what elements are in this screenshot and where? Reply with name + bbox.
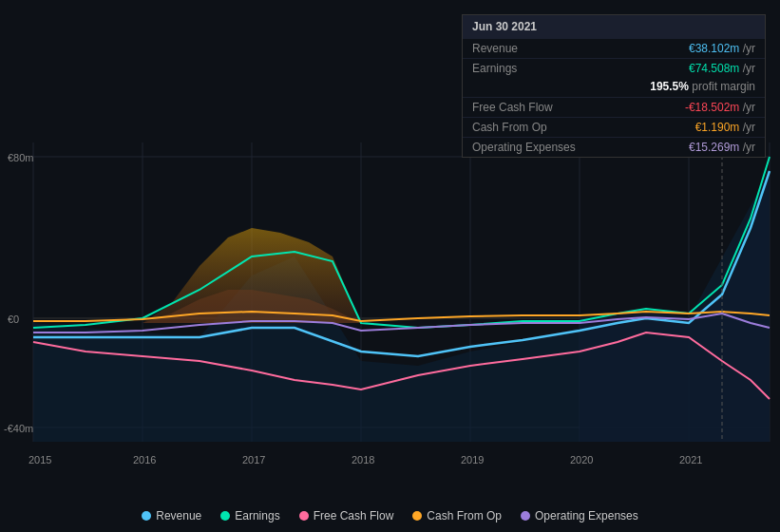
tooltip-revenue-label: Revenue [472, 42, 577, 55]
legend-item-revenue[interactable]: Revenue [142, 509, 201, 522]
tooltip-revenue-row: Revenue €38.102m /yr [463, 38, 765, 58]
opex-dot [521, 511, 530, 521]
tooltip-earnings-row: Earnings €74.508m /yr [463, 58, 765, 78]
tooltip-cfo-value: €1.190m /yr [577, 121, 755, 134]
svg-text:2017: 2017 [242, 454, 265, 466]
tooltip-opex-row: Operating Expenses €15.269m /yr [463, 137, 765, 157]
svg-text:2019: 2019 [461, 454, 484, 466]
legend-cfo-label: Cash From Op [427, 509, 502, 522]
tooltip-opex-value: €15.269m /yr [577, 141, 755, 154]
legend-fcf-label: Free Cash Flow [314, 509, 394, 522]
tooltip-fcf-row: Free Cash Flow -€18.502m /yr [463, 97, 765, 117]
tooltip-profit-margin-row: 195.5% profit margin [463, 78, 765, 97]
legend-item-opex[interactable]: Operating Expenses [521, 509, 638, 522]
legend-revenue-label: Revenue [156, 509, 201, 522]
tooltip-fcf-label: Free Cash Flow [472, 101, 577, 114]
legend-earnings-label: Earnings [235, 509, 279, 522]
svg-text:2020: 2020 [570, 454, 593, 466]
tooltip-earnings-value: €74.508m /yr [577, 62, 755, 75]
legend-item-earnings[interactable]: Earnings [220, 509, 279, 522]
tooltip-opex-label: Operating Expenses [472, 141, 577, 154]
tooltip-cfo-label: Cash From Op [472, 121, 577, 134]
svg-text:2016: 2016 [133, 454, 156, 466]
svg-text:2018: 2018 [352, 454, 374, 466]
svg-text:-€40m: -€40m [4, 423, 33, 434]
tooltip-fcf-value: -€18.502m /yr [577, 101, 755, 114]
tooltip-cfo-row: Cash From Op €1.190m /yr [463, 117, 765, 137]
legend-item-fcf[interactable]: Free Cash Flow [299, 509, 394, 522]
svg-text:€0: €0 [8, 314, 19, 325]
svg-text:2015: 2015 [29, 454, 51, 466]
tooltip-revenue-value: €38.102m /yr [577, 42, 755, 55]
tooltip-panel: Jun 30 2021 Revenue €38.102m /yr Earning… [462, 14, 766, 158]
svg-text:€80m: €80m [8, 152, 34, 163]
tooltip-earnings-label: Earnings [472, 62, 577, 75]
legend-item-cfo[interactable]: Cash From Op [412, 509, 502, 522]
svg-text:2021: 2021 [679, 454, 702, 466]
fcf-dot [299, 511, 309, 521]
legend-opex-label: Operating Expenses [535, 509, 638, 522]
tooltip-date: Jun 30 2021 [463, 15, 765, 38]
revenue-dot [142, 511, 151, 521]
chart-legend: Revenue Earnings Free Cash Flow Cash Fro… [0, 509, 780, 522]
cfo-dot [412, 511, 422, 521]
earnings-dot [220, 511, 230, 521]
